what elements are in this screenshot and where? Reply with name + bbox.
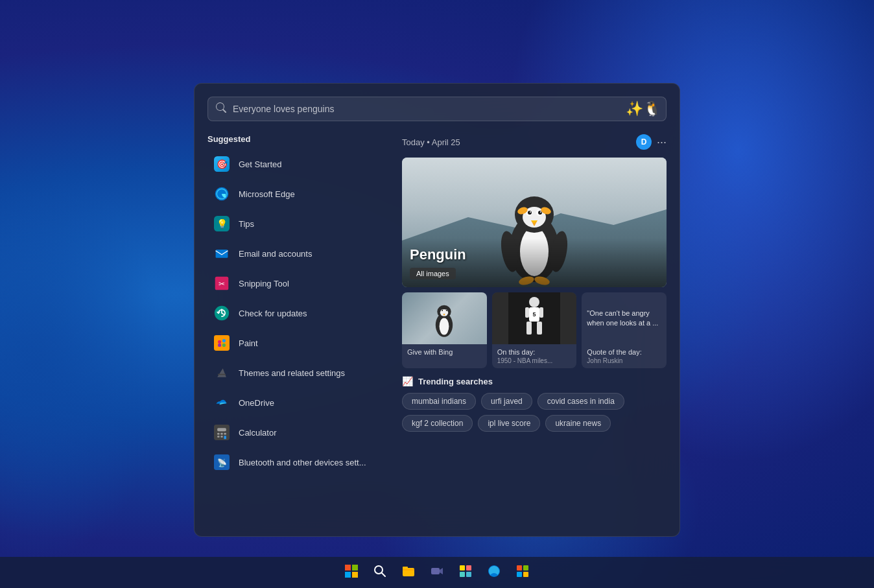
suggested-item-paint[interactable]: Paint (207, 328, 389, 358)
taskbar-store[interactable] (510, 559, 536, 585)
quote-image: "One can't be angry when one looks at a … (582, 292, 667, 344)
card-quote-day-info: Quote of the day: John Ruskin (582, 344, 667, 368)
get-started-label: Get Started (239, 159, 281, 169)
svg-rect-67 (352, 572, 358, 578)
suggested-item-check-updates[interactable]: Check for updates (207, 298, 389, 328)
taskbar-edge[interactable] (481, 559, 507, 585)
svg-rect-76 (460, 572, 465, 577)
svg-rect-79 (517, 565, 522, 570)
svg-rect-62 (525, 307, 529, 318)
svg-point-14 (222, 344, 226, 347)
trending-tag-covid-cases-in-india[interactable]: covid cases in india (537, 393, 624, 410)
svg-rect-25 (220, 436, 222, 438)
email-accounts-label: Email and accounts (239, 249, 312, 259)
svg-rect-80 (523, 565, 528, 570)
get-started-icon: 🎯 (213, 155, 231, 173)
card-give-bing-title: Give with Bing (407, 348, 482, 356)
svg-rect-64 (345, 565, 351, 570)
all-images-button[interactable]: All images (410, 268, 456, 279)
taskbar-meet[interactable] (424, 559, 450, 585)
svg-rect-23 (224, 433, 226, 435)
hero-image[interactable]: Penguin All images (402, 158, 667, 287)
suggested-item-microsoft-edge[interactable]: Microsoft Edge (207, 179, 389, 209)
search-icon (216, 102, 226, 115)
card-quote-day-subtitle: John Ruskin (587, 357, 661, 364)
svg-rect-82 (523, 572, 528, 577)
suggested-item-email-accounts[interactable]: Email and accounts (207, 239, 389, 268)
main-content: Suggested 🎯Get StartedMicrosoft Edge💡Tip… (207, 134, 667, 477)
svg-point-36 (538, 211, 542, 215)
trending-icon: 📈 (402, 376, 413, 386)
suggested-item-onedrive[interactable]: OneDrive (207, 388, 389, 417)
taskbar (0, 557, 874, 588)
search-taskbar-icon (373, 565, 386, 581)
search-input-placeholder: Everyone loves penguins (233, 104, 658, 114)
calculator-icon (213, 423, 231, 441)
card-quote-day[interactable]: "One can't be angry when one looks at a … (582, 292, 667, 368)
onedrive-icon (213, 394, 231, 412)
card-on-this-day-title: On this day: (497, 348, 572, 356)
trending-tag-ipl-live-score[interactable]: ipl live score (478, 415, 540, 432)
svg-marker-73 (440, 568, 443, 574)
suggested-item-tips[interactable]: 💡Tips (207, 209, 389, 239)
themes-icon (213, 364, 231, 382)
check-updates-label: Check for updates (239, 309, 307, 318)
svg-rect-71 (403, 567, 408, 569)
taskbar-start[interactable] (338, 559, 364, 585)
trending-tag-urfi-javed[interactable]: urfi javed (481, 393, 532, 410)
taskbar-items (338, 559, 536, 585)
svg-text:📡: 📡 (217, 458, 227, 467)
suggested-item-calculator[interactable]: Calculator (207, 417, 389, 447)
svg-point-37 (530, 211, 531, 213)
taskbar-files[interactable] (396, 559, 421, 585)
on-this-day-image: 5 (492, 292, 577, 344)
suggested-item-get-started[interactable]: 🎯Get Started (207, 149, 389, 179)
suggested-item-snipping-tool[interactable]: ✂Snipping Tool (207, 268, 389, 298)
suggested-label: Suggested (207, 134, 389, 144)
svg-rect-66 (345, 572, 351, 578)
svg-rect-75 (466, 565, 471, 570)
card-on-this-day[interactable]: 5 On this day: 1950 - NBA miles... (492, 292, 577, 368)
card-give-bing[interactable]: Give with Bing (402, 292, 487, 368)
trending-header: 📈 Trending searches (402, 376, 667, 386)
snipping-tool-label: Snipping Tool (239, 279, 289, 288)
start-taskbar-icon (345, 565, 358, 581)
svg-rect-22 (220, 433, 222, 435)
svg-line-69 (382, 573, 385, 576)
search-bar[interactable]: Everyone loves penguins ✨🐧 (207, 97, 667, 121)
svg-rect-21 (217, 433, 219, 435)
svg-rect-26 (224, 436, 226, 439)
svg-point-54 (446, 310, 447, 311)
svg-point-38 (540, 211, 541, 213)
suggested-item-themes[interactable]: Themes and related settings (207, 358, 389, 388)
svg-rect-24 (217, 436, 219, 438)
taskbar-widgets[interactable] (453, 559, 478, 585)
search-decoration: ✨🐧 (626, 100, 661, 117)
svg-point-68 (375, 566, 383, 574)
trending-tag-mumbai-indians[interactable]: mumbai indians (402, 393, 476, 410)
svg-point-15 (218, 344, 221, 347)
user-avatar[interactable]: D (636, 134, 652, 150)
hero-title: Penguin (410, 246, 659, 263)
edge-taskbar-icon (488, 565, 501, 581)
taskbar-search[interactable] (367, 559, 393, 585)
store-taskbar-icon (516, 565, 529, 581)
cards-row: Give with Bing 5 On this day: 1950 - NBA… (402, 292, 667, 368)
svg-rect-6 (216, 250, 228, 258)
card-quote-day-title: Quote of the day: (587, 348, 661, 356)
widgets-panel: Today • April 25 D ··· (402, 134, 667, 477)
suggested-item-bluetooth[interactable]: 📡Bluetooth and other devices sett... (207, 447, 389, 477)
svg-rect-20 (217, 428, 226, 431)
svg-rect-60 (526, 322, 532, 335)
meet-taskbar-icon (431, 565, 443, 581)
svg-rect-77 (466, 572, 471, 577)
card-give-bing-info: Give with Bing (402, 344, 487, 360)
svg-point-53 (442, 310, 443, 311)
svg-rect-19 (214, 425, 230, 440)
svg-point-35 (528, 211, 532, 215)
trending-tag-ukraine-news[interactable]: ukraine news (545, 415, 611, 432)
widgets-header: Today • April 25 D ··· (402, 134, 667, 150)
more-options-button[interactable]: ··· (657, 136, 667, 148)
trending-tag-kgf-2-collection[interactable]: kgf 2 collection (402, 415, 473, 432)
svg-text:💡: 💡 (217, 218, 228, 229)
